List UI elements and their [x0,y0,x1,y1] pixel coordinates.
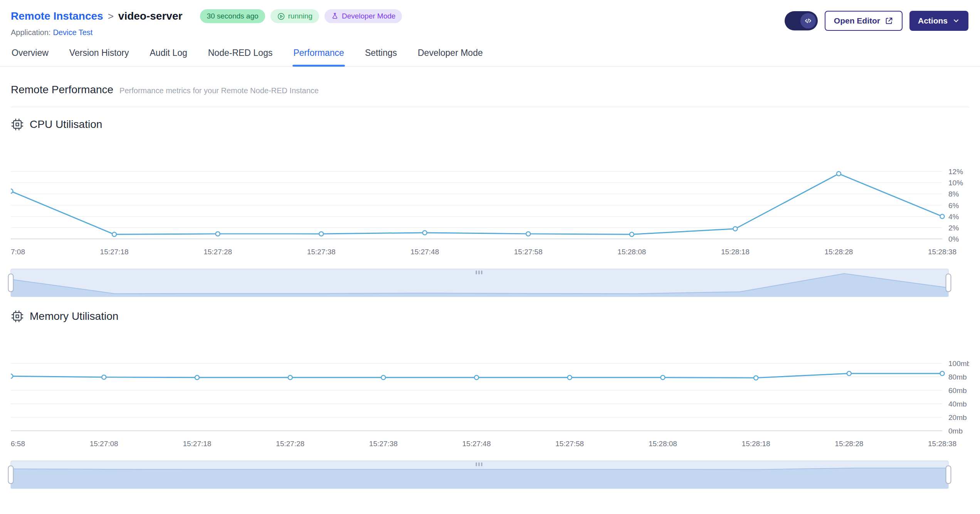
actions-label: Actions [918,16,948,25]
svg-text:60mb: 60mb [948,386,967,395]
svg-text:15:27:18: 15:27:18 [183,440,211,448]
svg-text:15:27:28: 15:27:28 [203,248,232,256]
breadcrumb-current-instance: video-server [118,10,183,22]
memory-chart[interactable]: 0mb20mb40mb60mb80mb100mb6:5815:27:0815:2… [0,323,980,450]
memory-section-title: Memory Utilisation [30,310,118,323]
tab-bar: Overview Version History Audit Log Node-… [0,48,980,67]
svg-text:0mb: 0mb [948,427,963,435]
breadcrumb: Remote Instances > video-server 30 secon… [11,9,402,23]
tab-node-red-logs[interactable]: Node-RED Logs [207,48,273,66]
svg-text:8%: 8% [948,190,959,198]
svg-text:15:27:58: 15:27:58 [555,440,584,448]
svg-text:15:28:38: 15:28:38 [928,248,956,256]
tab-audit-log[interactable]: Audit Log [149,48,188,66]
cpu-zoom-slider-track[interactable] [11,267,948,299]
svg-text:15:27:38: 15:27:38 [307,248,336,256]
svg-text:40mb: 40mb [948,400,967,408]
beaker-icon [331,12,339,20]
header-left: Remote Instances > video-server 30 secon… [11,9,402,37]
svg-text:15:28:08: 15:28:08 [649,440,677,448]
breadcrumb-separator: > [108,10,114,22]
cpu-utilisation-section: CPU Utilisation 0%2%4%6%8%10%12%7:0815:2… [0,118,980,299]
header-actions: Open Editor Actions [785,11,968,31]
cpu-section-title: CPU Utilisation [30,118,102,131]
page-header: Remote Instances > video-server 30 secon… [0,0,980,37]
svg-text:10%: 10% [948,179,963,187]
tab-overview[interactable]: Overview [11,48,49,66]
external-link-icon [885,17,893,25]
status-badge: running [271,9,319,23]
svg-text:15:27:38: 15:27:38 [369,440,398,448]
application-link[interactable]: Device Test [53,28,92,37]
play-circle-icon [277,12,285,20]
svg-text:15:27:18: 15:27:18 [100,248,129,256]
svg-text:15:28:08: 15:28:08 [617,248,646,256]
svg-text:7:08: 7:08 [11,248,25,256]
tab-settings[interactable]: Settings [364,48,398,66]
svg-text:6%: 6% [948,202,959,210]
application-label: Application: [11,28,50,37]
cpu-chart[interactable]: 0%2%4%6%8%10%12%7:0815:27:1815:27:2815:2… [0,131,980,258]
memory-chip-icon [11,310,24,323]
chevron-down-icon [952,17,960,25]
svg-text:15:28:18: 15:28:18 [742,440,770,448]
memory-utilisation-section: Memory Utilisation 0mb20mb40mb60mb80mb10… [0,310,980,491]
svg-text:15:28:28: 15:28:28 [824,248,853,256]
tab-performance[interactable]: Performance [292,48,345,66]
svg-text:15:28:18: 15:28:18 [721,248,750,256]
svg-text:15:28:28: 15:28:28 [835,440,863,448]
developer-mode-badge-label: Developer Mode [342,12,395,20]
svg-text:6:58: 6:58 [11,440,25,448]
memory-zoom-slider-track[interactable] [11,459,948,491]
svg-text:15:27:08: 15:27:08 [90,440,118,448]
svg-text:12%: 12% [948,168,963,176]
actions-button[interactable]: Actions [909,11,968,31]
code-icon [804,17,812,25]
svg-text:100mb: 100mb [948,359,969,368]
breadcrumb-link-remote-instances[interactable]: Remote Instances [11,10,103,22]
svg-text:15:27:28: 15:27:28 [276,440,304,448]
svg-text:2%: 2% [948,224,959,232]
tab-developer-mode[interactable]: Developer Mode [417,48,484,66]
svg-text:20mb: 20mb [948,413,967,422]
page-title: Remote Performance [11,84,113,96]
developer-mode-toggle[interactable] [785,11,818,30]
svg-text:80mb: 80mb [948,373,967,381]
memory-zoom-slider[interactable] [0,459,980,491]
status-badge-label: running [288,12,313,20]
cpu-chip-icon [11,118,24,131]
application-row: Application:Device Test [11,28,402,37]
svg-text:15:27:48: 15:27:48 [410,248,439,256]
tab-version-history[interactable]: Version History [69,48,130,66]
svg-text:15:28:38: 15:28:38 [928,440,956,448]
open-editor-button[interactable]: Open Editor [825,11,903,31]
memory-section-header: Memory Utilisation [0,310,980,323]
page-title-row: Remote Performance Performance metrics f… [0,84,980,96]
svg-text:15:27:48: 15:27:48 [462,440,491,448]
cpu-zoom-slider[interactable] [0,267,980,299]
open-editor-label: Open Editor [834,16,880,25]
svg-text:0%: 0% [948,235,959,243]
memory-line-chart[interactable]: 0mb20mb40mb60mb80mb100mb6:5815:27:0815:2… [11,323,969,450]
developer-mode-toggle-knob [800,13,816,29]
developer-mode-badge: Developer Mode [324,9,402,23]
page-subtitle: Performance metrics for your Remote Node… [119,86,319,95]
svg-text:15:27:58: 15:27:58 [514,248,543,256]
svg-text:4%: 4% [948,213,959,221]
last-seen-badge: 30 seconds ago [200,9,265,23]
cpu-section-header: CPU Utilisation [0,118,980,131]
title-divider [11,107,969,107]
cpu-line-chart[interactable]: 0%2%4%6%8%10%12%7:0815:27:1815:27:2815:2… [11,131,969,258]
